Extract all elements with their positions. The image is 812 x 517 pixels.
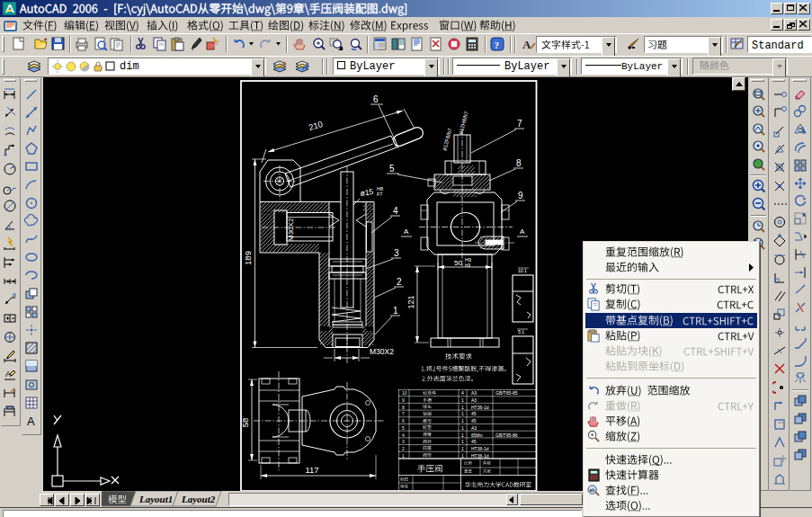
svg-text:1: 1 bbox=[393, 306, 398, 316]
svg-text:210: 210 bbox=[308, 119, 324, 132]
svg-text:117: 117 bbox=[305, 465, 318, 475]
svg-text:50: 50 bbox=[454, 259, 462, 267]
svg-text:6: 6 bbox=[373, 94, 379, 104]
svg-text:Layout1: Layout1 bbox=[138, 494, 173, 504]
svg-text:Layout2: Layout2 bbox=[181, 494, 216, 504]
svg-text:F7: F7 bbox=[377, 192, 382, 197]
svg-text:7: 7 bbox=[517, 119, 522, 129]
svg-text:4: 4 bbox=[393, 206, 398, 216]
svg-text:8: 8 bbox=[516, 158, 522, 168]
svg-text:M30X2: M30X2 bbox=[287, 218, 295, 241]
svg-text:10:1: 10:1 bbox=[518, 268, 527, 273]
svg-text:9: 9 bbox=[518, 191, 523, 201]
svg-text:A: A bbox=[27, 414, 35, 428]
svg-text:?: ? bbox=[495, 40, 500, 50]
svg-text:h9: h9 bbox=[465, 263, 470, 268]
svg-text:A: A bbox=[404, 227, 409, 236]
svg-text:3: 3 bbox=[394, 248, 399, 258]
svg-text:ø12H8/h7: ø12H8/h7 bbox=[458, 111, 469, 136]
svg-text:5: 5 bbox=[389, 164, 395, 174]
svg-text:M30X2: M30X2 bbox=[370, 347, 394, 356]
svg-text:58: 58 bbox=[240, 418, 250, 428]
svg-text:ø15: ø15 bbox=[360, 187, 374, 198]
svg-text:189: 189 bbox=[243, 251, 253, 265]
svg-text:ø12F8/h7: ø12F8/h7 bbox=[442, 127, 453, 151]
svg-text:121: 121 bbox=[406, 295, 415, 308]
svg-text:5:1: 5:1 bbox=[518, 329, 524, 334]
svg-text:2: 2 bbox=[397, 277, 402, 287]
svg-text:ab: ab bbox=[589, 487, 594, 493]
svg-text:A: A bbox=[520, 227, 525, 236]
svg-text:A: A bbox=[522, 38, 531, 51]
